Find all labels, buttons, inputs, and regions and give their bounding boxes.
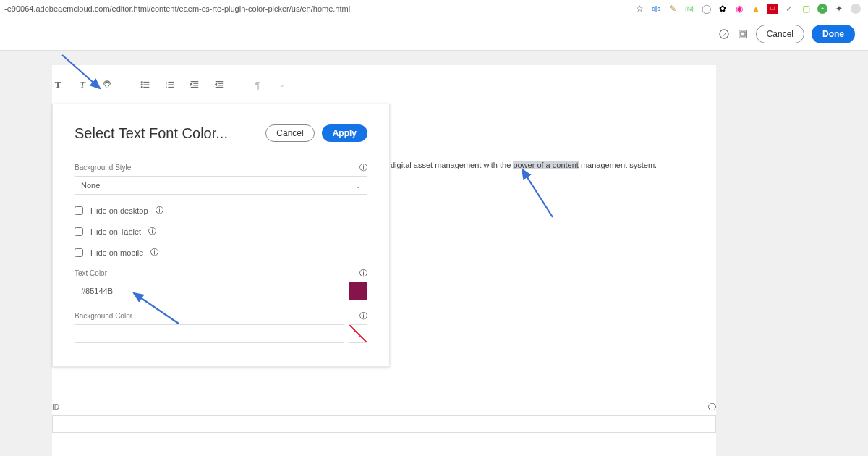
svg-line-32 <box>134 293 179 324</box>
hide-tablet-row: Hide on Tablet ⓘ <box>75 226 367 237</box>
svg-line-34 <box>522 169 553 217</box>
svg-text:?: ? <box>722 30 726 37</box>
info-icon[interactable]: ⓘ <box>150 247 158 258</box>
outdent-icon[interactable] <box>189 79 200 90</box>
dialog-cancel-button[interactable]: Cancel <box>265 124 314 142</box>
annotation-arrow-icon <box>515 165 558 223</box>
background-style-select[interactable]: None ⌄ <box>75 176 367 195</box>
info-icon[interactable]: ⓘ <box>708 402 716 413</box>
annotation-arrow-icon <box>128 287 186 331</box>
dialog-title: Select Text Font Color... <box>75 125 228 142</box>
ext-avatar-icon[interactable] <box>851 4 861 14</box>
dialog-actions: Cancel Apply <box>265 124 367 142</box>
text-color-input[interactable] <box>75 282 344 300</box>
indent-icon[interactable] <box>213 79 225 90</box>
numbered-list-icon[interactable]: 123 <box>164 79 176 90</box>
ext-red-square-icon[interactable]: □ <box>767 4 778 14</box>
text-color-field: Text Color ⓘ <box>75 268 367 300</box>
done-button[interactable]: Done <box>812 25 855 43</box>
chevron-down-icon[interactable]: ⌄ <box>276 79 288 90</box>
ext-green-box-icon[interactable]: ▢ <box>801 4 811 14</box>
paragraph-format-icon[interactable]: ¶ <box>252 79 263 90</box>
ext-puzzle-icon[interactable]: ✦ <box>834 4 844 14</box>
svg-line-30 <box>62 55 100 88</box>
background-style-value: None <box>81 181 100 190</box>
ext-green-dot-icon[interactable]: + <box>817 4 827 14</box>
background-color-input[interactable] <box>75 324 344 343</box>
svg-rect-2 <box>739 30 746 38</box>
ext-circle-icon[interactable]: ◯ <box>701 4 711 14</box>
svg-marker-28 <box>216 83 217 85</box>
ext-black-icon[interactable]: ✿ <box>718 4 728 14</box>
text-color-label: Text Color <box>75 269 107 277</box>
hide-desktop-label: Hide on desktop <box>90 206 148 215</box>
hide-desktop-row: Hide on desktop ⓘ <box>75 205 367 216</box>
hide-tablet-label: Hide on Tablet <box>90 227 141 236</box>
hide-desktop-checkbox[interactable] <box>75 206 83 215</box>
cancel-button[interactable]: Cancel <box>756 25 804 43</box>
background-color-label: Background Color <box>75 312 132 320</box>
background-style-field: Background Style ⓘ None ⌄ <box>75 162 367 195</box>
device-preview-icon[interactable] <box>737 28 749 40</box>
ext-pen-icon[interactable]: ✎ <box>668 4 678 14</box>
info-icon[interactable]: ⓘ <box>148 226 156 237</box>
text-prefix: digital asset management with the <box>391 161 513 169</box>
svg-rect-3 <box>741 31 745 35</box>
bullet-list-icon[interactable] <box>140 79 151 90</box>
page-url: -e90064.adobeaemcloud.com/editor.html/co… <box>4 4 350 13</box>
ext-pink-circle-icon[interactable]: ◉ <box>734 4 744 14</box>
id-input[interactable] <box>52 415 716 433</box>
browser-extensions: ☆ cjs ✎ {N} ◯ ✿ ◉ ▲ □ ✓ ▢ + ✦ <box>634 4 864 14</box>
color-picker-dialog: Select Text Font Color... Cancel Apply B… <box>52 104 390 367</box>
dialog-apply-button[interactable]: Apply <box>322 124 367 142</box>
svg-point-12 <box>141 87 142 88</box>
background-style-label: Background Style <box>75 164 131 172</box>
hide-mobile-row: Hide on mobile ⓘ <box>75 247 367 258</box>
hide-tablet-checkbox[interactable] <box>75 227 83 236</box>
hide-mobile-checkbox[interactable] <box>75 248 83 257</box>
svg-text:3: 3 <box>166 86 167 89</box>
browser-url-bar: -e90064.adobeaemcloud.com/editor.html/co… <box>0 0 868 17</box>
hide-mobile-label: Hide on mobile <box>90 248 143 257</box>
ext-n-icon[interactable]: {N} <box>684 4 694 14</box>
text-color-swatch[interactable] <box>349 282 367 300</box>
info-icon[interactable]: ⓘ <box>156 205 163 216</box>
info-icon[interactable]: ⓘ <box>359 311 367 321</box>
text-suffix: management system. <box>579 161 657 169</box>
ext-cjs[interactable]: cjs <box>651 4 661 14</box>
annotation-arrow-icon <box>58 51 109 101</box>
chevron-down-icon: ⌄ <box>355 182 361 190</box>
editor-header: ? Cancel Done <box>0 17 868 51</box>
ext-check-icon[interactable]: ✓ <box>784 4 794 14</box>
background-color-field: Background Color ⓘ <box>75 311 367 343</box>
svg-point-10 <box>141 82 142 83</box>
info-icon[interactable]: ⓘ <box>359 162 367 173</box>
background-color-swatch[interactable] <box>349 324 367 343</box>
star-icon[interactable]: ☆ <box>634 4 644 14</box>
help-icon[interactable]: ? <box>718 28 730 40</box>
id-label: ID <box>52 403 59 411</box>
id-field: ID ⓘ <box>52 402 716 433</box>
info-icon[interactable]: ⓘ <box>359 268 367 279</box>
ext-warning-icon[interactable]: ▲ <box>751 4 761 14</box>
svg-point-11 <box>141 84 142 85</box>
dialog-header: Select Text Font Color... Cancel Apply <box>75 124 367 142</box>
editor-page: T T 123 ¶ ⌄ digital asset management wit… <box>0 51 868 456</box>
svg-marker-23 <box>191 83 192 85</box>
